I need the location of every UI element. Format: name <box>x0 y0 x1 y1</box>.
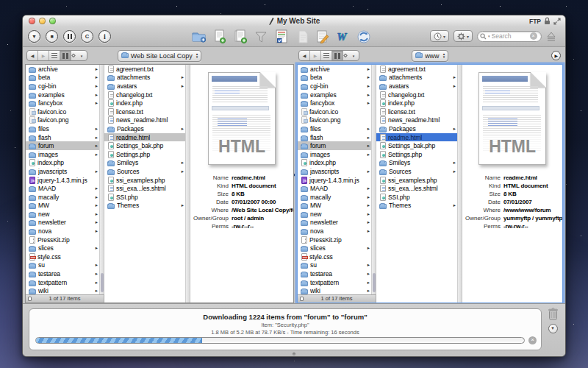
connect-play-button[interactable]: ▶ <box>551 51 561 60</box>
list-item[interactable]: ssi_examples.php <box>104 176 185 185</box>
list-item[interactable]: archive ▸ <box>26 65 99 74</box>
list-item[interactable]: javascripts ▸ <box>298 167 371 176</box>
refresh-button[interactable]: C <box>81 30 93 43</box>
list-item[interactable]: ssi_exa...les.shtml <box>376 184 457 193</box>
back-button[interactable]: ◀ <box>27 51 38 60</box>
list-item[interactable]: files ▸ <box>298 124 371 133</box>
list-item[interactable]: style.css <box>26 252 99 261</box>
list-item[interactable]: favicon.ico <box>298 107 371 116</box>
list-item[interactable]: javascripts ▸ <box>26 167 99 176</box>
info-button[interactable]: i <box>98 30 111 43</box>
list-item[interactable]: examples ▸ <box>26 91 99 99</box>
list-item[interactable]: Packages ▸ <box>104 124 185 133</box>
list-item[interactable]: Sources ▸ <box>104 167 185 176</box>
back-button[interactable]: ◀ <box>299 51 310 60</box>
zoom-window-button[interactable] <box>49 18 56 24</box>
remote-folder-column[interactable]: archive ▸ beta ▸ cgi-bin ▸ <box>298 65 371 302</box>
list-item[interactable]: attachments ▸ <box>376 74 457 82</box>
list-item[interactable]: macally ▸ <box>26 193 99 202</box>
list-item[interactable]: new ▸ <box>26 210 99 219</box>
list-item[interactable]: forum ▸ <box>26 141 99 150</box>
list-item[interactable]: SSI.php <box>104 193 185 202</box>
close-window-button[interactable] <box>29 18 35 24</box>
list-item[interactable]: fancybox ▸ <box>26 99 99 107</box>
list-item[interactable]: files ▸ <box>26 124 99 133</box>
list-item[interactable]: testarea ▸ <box>298 269 371 278</box>
list-view-button[interactable] <box>321 51 332 60</box>
stop-button[interactable]: ■ <box>46 30 58 43</box>
list-item[interactable]: MAAD ▸ <box>26 184 99 193</box>
list-item[interactable]: avatars ▸ <box>104 82 185 91</box>
local-folder-column[interactable]: archive ▸ beta ▸ cgi-bin ▸ <box>26 65 99 302</box>
list-item[interactable]: favicon.ico <box>26 107 99 116</box>
list-item[interactable]: slices ▸ <box>298 244 371 252</box>
list-item[interactable]: nova ▸ <box>26 227 99 236</box>
list-item[interactable]: ssi_examples.php <box>376 176 457 185</box>
edit-button[interactable] <box>315 29 330 44</box>
list-item[interactable]: new ▸ <box>298 210 371 219</box>
remote-file-column[interactable]: agreement.txt attachments ▸ avatars ▸ <box>376 65 457 302</box>
new-folder-button[interactable] <box>192 29 207 44</box>
list-item[interactable]: changelog.txt <box>376 91 457 99</box>
list-item[interactable]: MW ▸ <box>298 202 371 210</box>
list-item[interactable]: textpattern ▸ <box>26 278 99 287</box>
transfer-button[interactable]: ▼ <box>28 30 40 43</box>
minimize-window-button[interactable] <box>39 18 46 24</box>
list-item[interactable]: fancybox ▸ <box>298 99 371 107</box>
history-dropdown-button[interactable]: ▾ <box>430 30 449 42</box>
list-item[interactable]: beta ▸ <box>298 74 371 82</box>
list-view-button[interactable] <box>49 51 60 60</box>
list-item[interactable]: favicon.png <box>26 116 99 125</box>
list-item[interactable]: jquery-1.4.3.min.js <box>298 176 371 185</box>
scrollbar[interactable] <box>99 65 104 302</box>
list-item[interactable]: PressKit.zip <box>298 236 371 244</box>
list-item[interactable]: Themes ▸ <box>376 202 457 210</box>
list-item[interactable]: agreement.txt <box>104 65 185 74</box>
list-item[interactable]: Themes ▸ <box>104 202 185 210</box>
list-item[interactable]: Settings_bak.php <box>376 141 457 150</box>
clear-search-icon[interactable]: × <box>530 32 537 40</box>
expand-window-icon[interactable] <box>553 18 561 25</box>
transfer-down-button[interactable]: ▼ <box>548 324 558 333</box>
list-item[interactable]: nova ▸ <box>298 227 371 236</box>
list-item[interactable]: Smileys ▸ <box>104 159 185 168</box>
list-item[interactable]: PressKit.zip <box>26 236 99 244</box>
list-item[interactable]: Settings_bak.php <box>104 141 185 150</box>
list-item[interactable]: jquery-1.4.3.min.js <box>26 176 99 185</box>
list-item[interactable]: Settings.php <box>104 150 185 159</box>
list-item[interactable]: forum ▸ <box>298 141 371 150</box>
cancel-transfer-icon[interactable]: × <box>528 336 537 344</box>
list-item[interactable]: cgi-bin ▸ <box>26 82 99 91</box>
list-item[interactable]: news_readme.html <box>376 116 457 125</box>
list-item[interactable]: index.php <box>298 159 371 168</box>
column-view-button[interactable] <box>60 51 71 60</box>
scrollbar[interactable] <box>371 65 376 302</box>
search-field[interactable]: ▾ × <box>477 31 542 42</box>
list-item[interactable]: license.txt <box>104 107 185 116</box>
list-item[interactable]: Smileys ▸ <box>376 159 457 168</box>
list-item[interactable]: testarea ▸ <box>26 269 99 278</box>
column-view-button[interactable] <box>332 51 343 60</box>
list-item[interactable]: style.css <box>298 252 371 261</box>
list-item[interactable]: textpattern ▸ <box>298 278 371 287</box>
filter-button[interactable] <box>254 29 268 44</box>
eject-disconnect-icon[interactable] <box>546 31 556 42</box>
list-item[interactable]: favicon.png <box>298 116 371 125</box>
list-item[interactable]: license.txt <box>376 107 457 116</box>
sync-button[interactable] <box>356 29 371 44</box>
list-item[interactable]: readme.html <box>104 133 185 142</box>
list-item[interactable]: attachments ▸ <box>104 74 185 82</box>
list-item[interactable]: index.php <box>376 99 457 107</box>
list-item[interactable]: news_readme.html <box>104 116 185 125</box>
list-item[interactable]: images ▸ <box>26 150 99 159</box>
forward-button[interactable]: ▶ <box>310 51 321 60</box>
list-item[interactable]: Settings.php <box>376 150 457 159</box>
list-item[interactable]: examples ▸ <box>298 91 371 99</box>
list-item[interactable]: su ▸ <box>26 261 99 270</box>
queue-button[interactable] <box>274 29 289 44</box>
forward-button[interactable]: ▶ <box>38 51 49 60</box>
list-item[interactable]: readme.html <box>376 133 457 142</box>
action-gear-button[interactable]: ▾ <box>71 51 87 60</box>
list-item[interactable]: newsletter ▸ <box>26 219 99 227</box>
list-item[interactable]: beta ▸ <box>26 74 99 82</box>
